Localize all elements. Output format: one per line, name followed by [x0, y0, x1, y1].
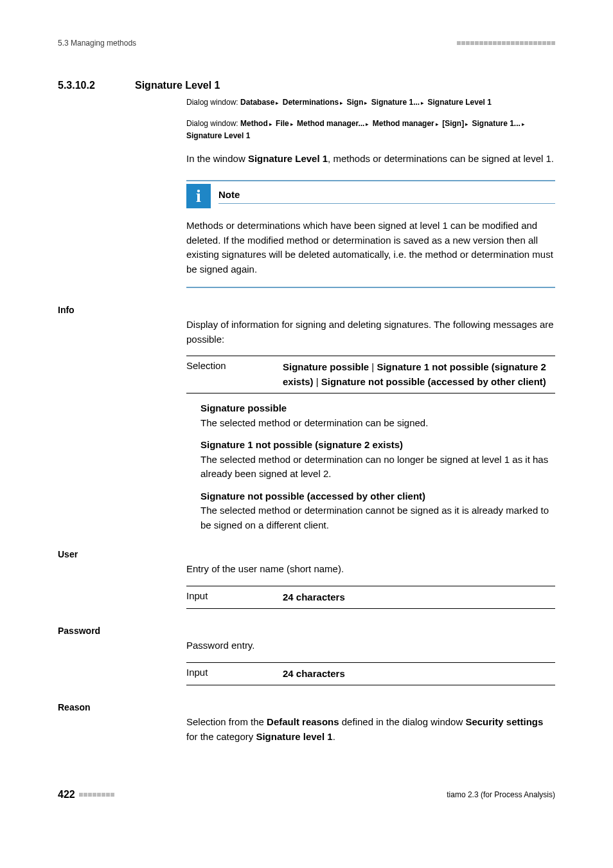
field-label-user: User: [58, 549, 555, 559]
path-segment: Signature 1...: [472, 119, 520, 128]
dialog-path-1: Dialog window: Database▸ Determinations▸…: [186, 96, 555, 109]
product-name: tiamo 2.3 (for Process Analysis): [447, 790, 555, 799]
separator-icon: ▸: [269, 120, 272, 129]
note-title: Note: [218, 189, 240, 200]
field-label-info: Info: [58, 305, 555, 315]
separator: |: [369, 361, 377, 372]
path-segment: Sign: [346, 98, 363, 107]
text-run: In the window: [186, 153, 248, 164]
page-header: 5.3 Managing methods: [58, 39, 555, 48]
page-number: 422: [58, 789, 75, 800]
path-segment: Signature Level 1: [186, 131, 250, 140]
dialog-prefix: Dialog window:: [186, 98, 238, 107]
section-heading: 5.3.10.2 Signature Level 1: [58, 80, 555, 91]
path-segment: Signature Level 1: [428, 98, 492, 107]
separator: |: [314, 376, 321, 387]
page-footer: 422 tiamo 2.3 (for Process Analysis): [58, 789, 555, 800]
info-icon: i: [186, 184, 211, 208]
option-head: Signature 1 not possible (signature 2 ex…: [200, 438, 555, 453]
text-run: for the category: [186, 731, 256, 742]
text-run: , methods or determinations can be signe…: [328, 153, 554, 164]
table-row: Selection Signature possible | Signature…: [186, 356, 555, 393]
path-segment: File: [276, 119, 289, 128]
input-key: Input: [186, 586, 283, 609]
text-run: .: [333, 731, 335, 742]
selection-value: Signature possible | Signature 1 not pos…: [283, 356, 555, 393]
user-intro: Entry of the user name (short name).: [186, 562, 555, 577]
path-segment: Database: [240, 98, 274, 107]
text-run-bold: Signature Level 1: [248, 153, 328, 164]
separator-icon: ▸: [364, 98, 368, 107]
field-label-password: Password: [58, 626, 555, 636]
text-run-bold: Security settings: [465, 716, 543, 727]
separator-icon: ▸: [421, 98, 424, 107]
field-label-reason: Reason: [58, 702, 555, 712]
header-decoration: [457, 41, 555, 45]
option-head: Signature possible: [200, 401, 555, 416]
text-run: defined in the dialog window: [339, 716, 466, 727]
option: Signature possible: [283, 361, 369, 372]
path-segment: [Sign]: [442, 119, 464, 128]
path-segment: Signature 1...: [371, 98, 420, 107]
option-body: The selected method or determination can…: [200, 453, 555, 482]
note-body: Methods or determinations which have bee…: [186, 210, 555, 288]
path-segment: Method: [240, 119, 268, 128]
footer-decoration: [79, 793, 114, 797]
table-row: Input 24 characters: [186, 662, 555, 685]
breadcrumb: 5.3 Managing methods: [58, 39, 136, 48]
reason-text: Selection from the Default reasons defin…: [186, 715, 555, 744]
dialog-path-2: Dialog window: Method▸ File▸ Method mana…: [186, 118, 555, 142]
separator-icon: ▸: [366, 120, 369, 129]
text-run-bold: Signature level 1: [256, 731, 332, 742]
section-number: 5.3.10.2: [58, 80, 135, 91]
option-body: The selected method or determination can…: [200, 503, 555, 532]
path-segment: Method manager...: [297, 119, 364, 128]
separator-icon: ▸: [276, 98, 279, 107]
intro-text: In the window Signature Level 1, methods…: [186, 152, 555, 167]
note-box: i Note Methods or determinations which h…: [186, 180, 555, 288]
selection-key: Selection: [186, 356, 283, 393]
option-description: Signature 1 not possible (signature 2 ex…: [186, 438, 555, 482]
separator-icon: ▸: [522, 120, 525, 129]
path-segment: Method manager: [373, 119, 434, 128]
text-run-bold: Default reasons: [267, 716, 339, 727]
selection-table: Selection Signature possible | Signature…: [186, 356, 555, 393]
option: Signature not possible (accessed by othe…: [321, 376, 546, 387]
separator-icon: ▸: [465, 120, 468, 129]
option-body: The selected method or determination can…: [200, 416, 555, 431]
password-input-table: Input 24 characters: [186, 662, 555, 686]
table-row: Input 24 characters: [186, 586, 555, 609]
input-value: 24 characters: [283, 592, 345, 602]
user-input-table: Input 24 characters: [186, 586, 555, 610]
separator-icon: ▸: [340, 98, 343, 107]
text-run: Selection from the: [186, 716, 267, 727]
path-segment: Determinations: [283, 98, 339, 107]
input-value: 24 characters: [283, 668, 345, 679]
option-description: Signature possible The selected method o…: [186, 401, 555, 430]
section-title: Signature Level 1: [135, 80, 220, 91]
separator-icon: ▸: [436, 120, 439, 129]
option-head: Signature not possible (accessed by othe…: [200, 489, 555, 504]
separator-icon: ▸: [290, 120, 294, 129]
option-description: Signature not possible (accessed by othe…: [186, 489, 555, 533]
dialog-prefix: Dialog window:: [186, 119, 238, 128]
password-intro: Password entry.: [186, 638, 555, 653]
info-intro: Display of information for signing and d…: [186, 318, 555, 347]
input-key: Input: [186, 662, 283, 685]
